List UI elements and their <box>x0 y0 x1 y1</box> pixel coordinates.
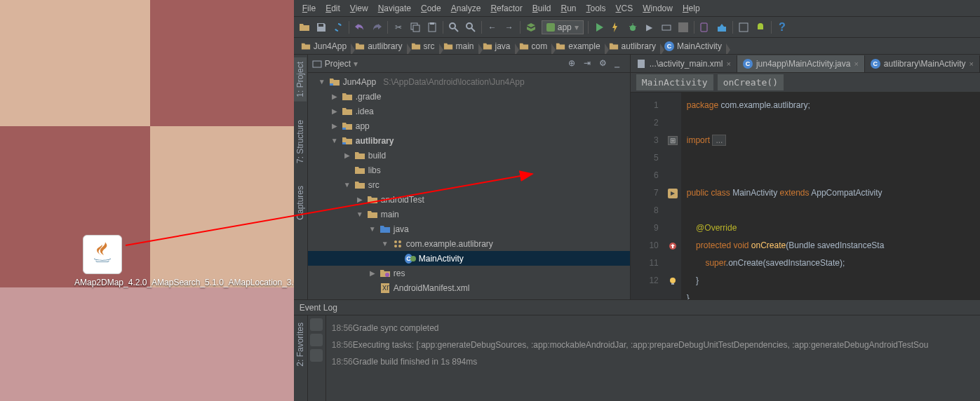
tree-node-.idea[interactable]: ▶.idea <box>308 104 630 118</box>
breadcrumb-autlibrary[interactable]: autlibrary <box>606 41 662 51</box>
collapse-all-icon[interactable]: ⇥ <box>584 58 595 69</box>
tree-node-AndroidManifest.xml[interactable]: xmlAndroidManifest.xml <box>308 280 630 295</box>
run-gutter-icon[interactable] <box>668 189 678 198</box>
menu-window[interactable]: Window <box>638 1 677 15</box>
open-icon[interactable] <box>298 21 311 34</box>
svg-point-8 <box>466 23 472 29</box>
balloon-icon[interactable] <box>310 334 323 346</box>
svg-point-6 <box>450 23 455 29</box>
svg-rect-17 <box>701 23 707 32</box>
tree-node-java[interactable]: ▼java <box>308 222 630 236</box>
code-body[interactable]: package com.example.autlibrary; import .… <box>681 93 980 299</box>
svg-point-25 <box>398 240 401 243</box>
replace-icon[interactable] <box>464 21 477 34</box>
cut-icon[interactable]: ✂ <box>392 21 405 34</box>
menu-vcs[interactable]: VCS <box>612 1 638 15</box>
breadcrumb-java[interactable]: java <box>480 41 516 51</box>
menu-tools[interactable]: Tools <box>582 1 610 15</box>
autoscroll-to-icon[interactable]: ⊕ <box>568 58 579 69</box>
tree-node-MainActivity[interactable]: CMainActivity <box>308 251 630 266</box>
breadcrumb-src[interactable]: src <box>408 41 441 51</box>
editor-tab[interactable]: Cjun4app\MainActivity.java× <box>737 55 865 72</box>
breadcrumb-MainActivity[interactable]: CMainActivity <box>662 41 727 51</box>
tree-node-autlibrary[interactable]: ▼autlibrary <box>308 133 630 148</box>
find-icon[interactable] <box>448 21 460 34</box>
clear-icon[interactable] <box>310 349 323 362</box>
menu-code[interactable]: Code <box>417 1 445 15</box>
hide-icon[interactable]: ⎯ <box>615 58 626 69</box>
attach-debugger-icon[interactable] <box>660 21 673 34</box>
run-configuration-selector[interactable]: app ▾ <box>542 20 584 34</box>
code-editor[interactable]: 12356789101112 ⊞ package com.example.aut… <box>631 93 980 299</box>
menu-navigate[interactable]: Navigate <box>374 1 415 15</box>
tree-node-app[interactable]: ▶app <box>308 118 630 133</box>
android-icon[interactable] <box>754 21 767 34</box>
bulb-icon[interactable] <box>669 277 677 285</box>
layout-inspector-icon[interactable] <box>737 21 750 34</box>
menu-help[interactable]: Help <box>678 1 704 15</box>
settings-icon[interactable] <box>310 318 323 331</box>
breadcrumb-autlibrary[interactable]: autlibrary <box>352 41 408 51</box>
tab-structure[interactable]: 7: Structure <box>294 116 307 168</box>
breadcrumb-Jun4App[interactable]: Jun4App <box>298 41 352 51</box>
svg-rect-23 <box>342 142 346 144</box>
avd-manager-icon[interactable] <box>699 21 711 34</box>
profile-icon[interactable]: ▶ <box>643 21 656 34</box>
crumb-method[interactable]: onCreate() <box>718 74 784 90</box>
tree-node-androidTest[interactable]: ▶androidTest <box>308 192 630 207</box>
sdk-manager-icon[interactable] <box>716 21 728 34</box>
settings-icon[interactable]: ⚙ <box>599 58 610 69</box>
menu-refactor[interactable]: Refactor <box>486 1 526 15</box>
tree-node-res[interactable]: ▶res <box>308 266 630 280</box>
menu-file[interactable]: File <box>298 1 320 15</box>
menu-analyze[interactable]: Analyze <box>447 1 485 15</box>
close-icon[interactable]: × <box>726 60 730 68</box>
editor-tab[interactable]: Cautlibrary\MainActivity× <box>865 55 980 72</box>
svg-point-24 <box>394 240 397 243</box>
sync-icon[interactable] <box>332 21 344 34</box>
java-jar-icon <box>83 235 122 274</box>
undo-icon[interactable] <box>354 21 366 34</box>
editor-tab[interactable]: ...\activity_main.xml× <box>631 55 737 72</box>
menu-run[interactable]: Run <box>556 1 580 15</box>
menu-build[interactable]: Build <box>528 1 556 15</box>
breadcrumb-com[interactable]: com <box>516 41 553 51</box>
override-icon[interactable] <box>669 242 677 250</box>
desktop-jar-file[interactable]: AMap2DMap_4.2.0_AMapSearch_5.1.0_AMapLoc… <box>74 235 130 287</box>
tree-node-libs[interactable]: libs <box>308 163 630 177</box>
save-all-icon[interactable] <box>315 21 328 34</box>
project-tree[interactable]: ▼Jun4AppS:\AppData\Android\location\Jun4… <box>308 73 630 299</box>
debug-icon[interactable] <box>626 21 639 34</box>
tab-captures[interactable]: Captures <box>294 182 307 224</box>
copy-icon[interactable] <box>409 21 422 34</box>
crumb-class[interactable]: MainActivity <box>636 74 713 90</box>
tree-node-build[interactable]: ▶build <box>308 148 630 163</box>
stop-icon[interactable] <box>677 21 690 34</box>
make-icon[interactable] <box>525 21 537 34</box>
menu-view[interactable]: View <box>346 1 372 15</box>
redo-icon[interactable] <box>370 21 383 34</box>
run-icon[interactable] <box>593 21 605 34</box>
tree-node-main[interactable]: ▼main <box>308 207 630 222</box>
back-icon[interactable]: ← <box>486 21 499 34</box>
paste-icon[interactable] <box>426 21 438 34</box>
menu-edit[interactable]: Edit <box>321 1 344 15</box>
svg-line-7 <box>455 28 458 32</box>
forward-icon[interactable]: → <box>503 21 516 34</box>
tab-project[interactable]: 1: Project <box>294 57 307 102</box>
tab-favorites[interactable]: 2: Favorites <box>294 318 307 371</box>
help-icon[interactable]: ? <box>776 21 788 34</box>
apply-changes-icon[interactable] <box>610 21 622 34</box>
panel-title[interactable]: Project ▾ <box>312 59 358 69</box>
tree-node-src[interactable]: ▼src <box>308 177 630 192</box>
breadcrumb-main[interactable]: main <box>441 41 480 51</box>
svg-rect-36 <box>671 283 674 285</box>
tree-node-Jun4App[interactable]: ▼Jun4AppS:\AppData\Android\location\Jun4… <box>308 74 630 89</box>
breadcrumb-example[interactable]: example <box>553 41 605 51</box>
tree-node-com.example.autlibrary[interactable]: ▼com.example.autlibrary <box>308 236 630 251</box>
close-icon[interactable]: × <box>854 60 858 68</box>
event-log-header[interactable]: Event Log <box>294 300 980 315</box>
tree-node-.gradle[interactable]: ▶.gradle <box>308 89 630 104</box>
close-icon[interactable]: × <box>969 60 974 68</box>
svg-rect-18 <box>718 27 726 32</box>
